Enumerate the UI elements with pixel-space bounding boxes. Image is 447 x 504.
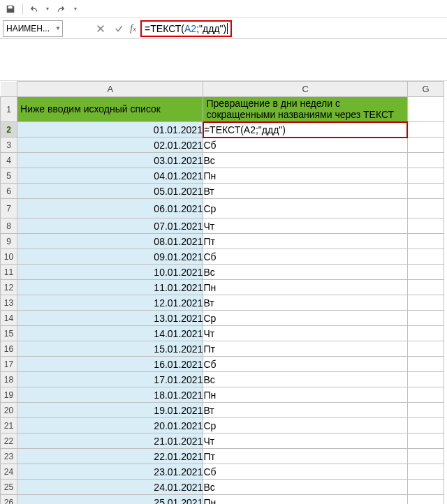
cell-A7[interactable]: 06.01.2021 — [17, 199, 203, 218]
cell-A6[interactable]: 05.01.2021 — [17, 184, 203, 199]
cell-G14[interactable] — [407, 311, 444, 326]
cell-A16[interactable]: 15.01.2021 — [17, 341, 203, 357]
cell-A18[interactable]: 17.01.2021 — [17, 372, 203, 387]
cell-A8[interactable]: 07.01.2021 — [17, 218, 203, 234]
cell-C24[interactable]: Сб — [203, 464, 407, 480]
row-header[interactable]: 16 — [1, 341, 17, 357]
cell-G5[interactable] — [407, 168, 444, 184]
cell-A19[interactable]: 18.01.2021 — [17, 387, 203, 403]
cell-A2[interactable]: 01.01.2021 — [17, 122, 203, 138]
select-all-corner[interactable] — [1, 82, 17, 97]
row-header[interactable]: 21 — [1, 418, 17, 433]
cell-G7[interactable] — [407, 199, 444, 218]
cell-A9[interactable]: 08.01.2021 — [17, 234, 203, 249]
cell-G10[interactable] — [407, 249, 444, 265]
row-header[interactable]: 4 — [1, 153, 17, 168]
cell-C4[interactable]: Вс — [203, 153, 407, 168]
row-header[interactable]: 2 — [1, 122, 17, 138]
cell-A25[interactable]: 24.01.2021 — [17, 480, 203, 495]
col-header-A[interactable]: A — [17, 82, 203, 97]
cell-G19[interactable] — [407, 387, 444, 403]
cell-C26[interactable]: Пн — [203, 495, 407, 505]
row-header[interactable]: 18 — [1, 372, 17, 387]
customize-qat-icon[interactable]: ▾ — [72, 1, 79, 17]
name-box-dropdown-icon[interactable]: ▼ — [55, 25, 61, 31]
cell-G3[interactable] — [407, 138, 444, 153]
cell-C5[interactable]: Пн — [203, 168, 407, 184]
row-header[interactable]: 5 — [1, 168, 17, 184]
cell-G9[interactable] — [407, 234, 444, 249]
cell-G15[interactable] — [407, 326, 444, 341]
col-header-C[interactable]: C — [203, 82, 407, 97]
cell-G4[interactable] — [407, 153, 444, 168]
cell-A3[interactable]: 02.01.2021 — [17, 138, 203, 153]
cell-A10[interactable]: 09.01.2021 — [17, 249, 203, 265]
row-header[interactable]: 8 — [1, 218, 17, 234]
cell-A17[interactable]: 16.01.2021 — [17, 357, 203, 372]
cell-C21[interactable]: Ср — [203, 418, 407, 433]
row-header[interactable]: 13 — [1, 295, 17, 311]
spreadsheet-grid[interactable]: A C G 1 Ниже вводим исходный список Прев… — [0, 81, 447, 504]
row-header[interactable]: 12 — [1, 280, 17, 295]
row-header[interactable]: 15 — [1, 326, 17, 341]
row-header[interactable]: 26 — [1, 495, 17, 505]
row-header[interactable]: 17 — [1, 357, 17, 372]
cell-A5[interactable]: 04.01.2021 — [17, 168, 203, 184]
row-header[interactable]: 1 — [1, 97, 17, 122]
cell-C11[interactable]: Вс — [203, 265, 407, 280]
formula-input[interactable]: =ТЕКСТ(A2;"ддд") — [140, 20, 232, 37]
cell-C25[interactable]: Вс — [203, 480, 407, 495]
cell-G22[interactable] — [407, 433, 444, 449]
cell-C1[interactable]: Превращение в дни недели с сокращенными … — [203, 97, 407, 122]
cell-A11[interactable]: 10.01.2021 — [17, 265, 203, 280]
cell-A20[interactable]: 19.01.2021 — [17, 403, 203, 418]
row-header[interactable]: 25 — [1, 480, 17, 495]
row-header[interactable]: 19 — [1, 387, 17, 403]
cell-G23[interactable] — [407, 449, 444, 464]
cell-C6[interactable]: Вт — [203, 184, 407, 199]
cell-C3[interactable]: Сб — [203, 138, 407, 153]
cell-G26[interactable] — [407, 495, 444, 505]
cell-A26[interactable]: 25.01.2021 — [17, 495, 203, 505]
cell-G1[interactable] — [407, 97, 444, 122]
cell-G20[interactable] — [407, 403, 444, 418]
cancel-icon[interactable] — [94, 22, 108, 36]
cell-C13[interactable]: Вт — [203, 295, 407, 311]
cell-G11[interactable] — [407, 265, 444, 280]
cell-G8[interactable] — [407, 218, 444, 234]
cell-G13[interactable] — [407, 295, 444, 311]
cell-G17[interactable] — [407, 357, 444, 372]
row-header[interactable]: 9 — [1, 234, 17, 249]
name-box[interactable]: НАИМЕН... ▼ — [3, 20, 63, 37]
row-header[interactable]: 11 — [1, 265, 17, 280]
cell-G16[interactable] — [407, 341, 444, 357]
cell-C12[interactable]: Пн — [203, 280, 407, 295]
cell-C7[interactable]: Ср — [203, 199, 407, 218]
cell-C9[interactable]: Пт — [203, 234, 407, 249]
row-header[interactable]: 7 — [1, 199, 17, 218]
cell-A21[interactable]: 20.01.2021 — [17, 418, 203, 433]
row-header[interactable]: 24 — [1, 464, 17, 480]
row-header[interactable]: 10 — [1, 249, 17, 265]
cell-C10[interactable]: Сб — [203, 249, 407, 265]
row-header[interactable]: 14 — [1, 311, 17, 326]
cell-C2[interactable]: =ТЕКСТ(A2;"ддд") — [203, 122, 407, 138]
cell-C8[interactable]: Чт — [203, 218, 407, 234]
cell-A13[interactable]: 12.01.2021 — [17, 295, 203, 311]
row-header[interactable]: 3 — [1, 138, 17, 153]
cell-C22[interactable]: Чт — [203, 433, 407, 449]
undo-icon[interactable] — [27, 1, 43, 17]
cell-C15[interactable]: Чт — [203, 326, 407, 341]
row-header[interactable]: 23 — [1, 449, 17, 464]
col-header-G[interactable]: G — [407, 82, 444, 97]
row-header[interactable]: 22 — [1, 433, 17, 449]
save-icon[interactable] — [3, 1, 18, 17]
cell-G25[interactable] — [407, 480, 444, 495]
cell-C14[interactable]: Ср — [203, 311, 407, 326]
cell-A23[interactable]: 22.01.2021 — [17, 449, 203, 464]
cell-G24[interactable] — [407, 464, 444, 480]
cell-A15[interactable]: 14.01.2021 — [17, 326, 203, 341]
cell-C23[interactable]: Пт — [203, 449, 407, 464]
cell-C16[interactable]: Пт — [203, 341, 407, 357]
cell-G2[interactable] — [407, 122, 444, 138]
